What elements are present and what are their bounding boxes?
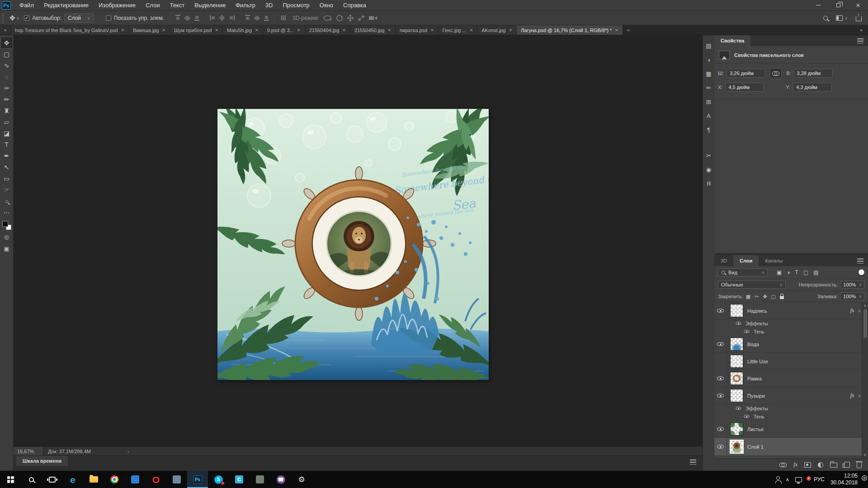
blend-mode-dropdown[interactable]: Обычные ∨ [718, 281, 786, 289]
align-right-edges-button[interactable] [228, 15, 235, 21]
document-tab-4[interactable]: 9.psd @ 3...✕ [263, 25, 305, 35]
autoselect-checkbox[interactable]: ✓ [24, 15, 29, 21]
foreground-color-swatch[interactable] [2, 221, 8, 227]
opera-icon[interactable]: O [146, 471, 166, 488]
menu-item-0[interactable]: Файл [14, 0, 39, 10]
lock-transparent-icon[interactable]: ▦ [746, 294, 750, 300]
share-icon[interactable] [856, 16, 862, 21]
swatches-panel-icon[interactable]: ▦ [704, 69, 714, 79]
tab-channels[interactable]: Каналы [759, 255, 789, 266]
app-blue-icon[interactable] [125, 471, 146, 488]
collapse-effects-icon[interactable]: ∧ [858, 309, 861, 313]
options-grip[interactable] [2, 13, 4, 23]
show-transform-controls-checkbox[interactable] [106, 15, 111, 21]
new-group-icon[interactable] [830, 463, 837, 468]
tab-close-icon[interactable]: ✕ [297, 28, 301, 33]
layer-row-3[interactable]: Рамка [714, 370, 868, 387]
y-field[interactable]: 4,3 дюйм [793, 83, 832, 92]
screen-mode-button[interactable]: ▣ [1, 243, 13, 254]
align-bottom-edges-button[interactable] [193, 15, 200, 21]
menu-item-10[interactable]: Справка [338, 0, 371, 10]
scrollbar-thumb[interactable] [863, 309, 867, 338]
effect-row[interactable]: Эффекты [714, 319, 868, 328]
minimize-button[interactable] [808, 0, 828, 10]
scissors-panel-icon[interactable]: ✂ [704, 150, 714, 160]
settings-icon[interactable]: ⚙ [291, 471, 312, 488]
tab-close-icon[interactable]: ✕ [615, 28, 618, 33]
tab-close-icon[interactable]: ✕ [509, 28, 512, 33]
edge-icon[interactable]: e [62, 471, 83, 488]
link-layers-icon[interactable] [779, 463, 787, 467]
tab-close-icon[interactable]: ✕ [121, 28, 125, 33]
effect-row[interactable]: Тень [714, 328, 868, 336]
filter-pixel-icon[interactable]: ▣ [777, 269, 782, 276]
menu-item-6[interactable]: Фильтр [231, 0, 260, 10]
panel-menu-icon[interactable] [857, 38, 863, 43]
distribute-vertical-centers-button[interactable] [254, 15, 260, 21]
document-tab-0[interactable]: hop Treasure of the Black Sea_by GalinaV… [11, 25, 129, 35]
app-cyan-icon[interactable]: C [229, 471, 250, 488]
start-button[interactable] [0, 471, 21, 488]
width-field[interactable]: 3,26 дюйм [726, 69, 765, 78]
new-layer-icon[interactable] [844, 462, 850, 468]
add-mask-icon[interactable] [804, 462, 811, 468]
align-horizontal-centers-button[interactable] [219, 15, 226, 21]
task-view-button[interactable] [42, 471, 62, 488]
menu-item-4[interactable]: Текст [165, 0, 190, 10]
layer-row-1[interactable]: Вода [714, 336, 868, 353]
document-tab-5[interactable]: 21550404.jpg✕ [305, 25, 350, 35]
timeline-menu-icon[interactable] [690, 460, 696, 465]
skype-icon[interactable]: S [208, 471, 229, 488]
move-tool[interactable]: ✥ [1, 37, 13, 48]
clone-source-panel-icon[interactable]: ⊞ [704, 97, 714, 107]
close-button[interactable]: ✕ [848, 0, 868, 10]
marquee-tool[interactable]: ▢ [1, 48, 13, 60]
layer-style-icon[interactable]: fx [793, 461, 797, 468]
document-tab-3[interactable]: MaluSh.jpg✕ [223, 25, 263, 35]
photoshop-icon[interactable]: Ps [187, 471, 208, 488]
3d-roll-icon[interactable] [335, 14, 344, 22]
chrome-icon[interactable] [104, 471, 125, 488]
menu-item-7[interactable]: 3D [260, 0, 278, 10]
tab-layers[interactable]: Слои [733, 255, 759, 266]
zoom-tool[interactable]: ○ [1, 195, 13, 206]
tab-close-icon[interactable]: ✕ [255, 28, 259, 33]
explorer-icon[interactable] [83, 471, 104, 488]
filter-type-icon[interactable]: T [795, 269, 798, 276]
people-icon[interactable] [776, 476, 780, 480]
layers-scrollbar[interactable]: ∧ ∨ [862, 302, 868, 458]
color-panel-icon[interactable]: ◑ [704, 55, 714, 65]
tab-close-icon[interactable]: ✕ [470, 28, 473, 33]
more-tools[interactable]: ⋯ [1, 206, 13, 218]
filter-shape-icon[interactable]: ▢ [803, 269, 808, 276]
layer-row-6[interactable]: Слой 1 [714, 438, 868, 456]
eyedropper-tool[interactable]: ✑ [1, 82, 13, 94]
tab-close-icon[interactable]: ✕ [388, 28, 392, 33]
tab-close-icon[interactable]: ✕ [342, 28, 346, 33]
filter-smart-object-icon[interactable]: ▤ [813, 269, 818, 276]
menu-item-8[interactable]: Просмотр [278, 0, 314, 10]
character-panel-icon[interactable]: A [704, 111, 714, 121]
panel-menu-icon[interactable] [857, 258, 863, 263]
hand-tool[interactable]: ☞ [1, 184, 13, 195]
document-tab-10[interactable]: Лагуна.psd @ 16,7% (Слой 1, RGB/8*) *✕ [517, 25, 623, 35]
app-steel-icon[interactable] [166, 471, 187, 488]
lock-paint-icon[interactable]: ✏ [755, 294, 759, 300]
distribute-top-edges-button[interactable] [244, 15, 251, 21]
document-image[interactable]: Somewhere beyond the Sea Somewhere beyon… [217, 109, 489, 380]
quick-mask-button[interactable]: ◎ [1, 231, 13, 242]
document-tab-2[interactable]: Шум прибоя.psd✕ [170, 25, 223, 35]
visibility-toggle[interactable] [714, 438, 727, 455]
brush-settings-panel-icon[interactable]: ✏ [704, 83, 714, 93]
restore-button[interactable] [828, 0, 848, 10]
document-tab-6[interactable]: 21550450.jpg✕ [350, 25, 396, 35]
visibility-toggle[interactable] [714, 370, 727, 387]
eraser-tool[interactable]: ▱ [1, 116, 13, 127]
paint-bucket-tool[interactable]: ◪ [1, 127, 13, 139]
visibility-toggle[interactable] [714, 336, 727, 352]
histogram-panel-icon[interactable]: ▤ [704, 41, 714, 51]
autoselect-mode-dropdown[interactable]: Слой ∨ [64, 14, 94, 23]
3d-camera-icon[interactable] [368, 14, 378, 22]
visibility-toggle[interactable] [714, 302, 727, 319]
show-hidden-icons-button[interactable]: ∧ [786, 477, 789, 483]
